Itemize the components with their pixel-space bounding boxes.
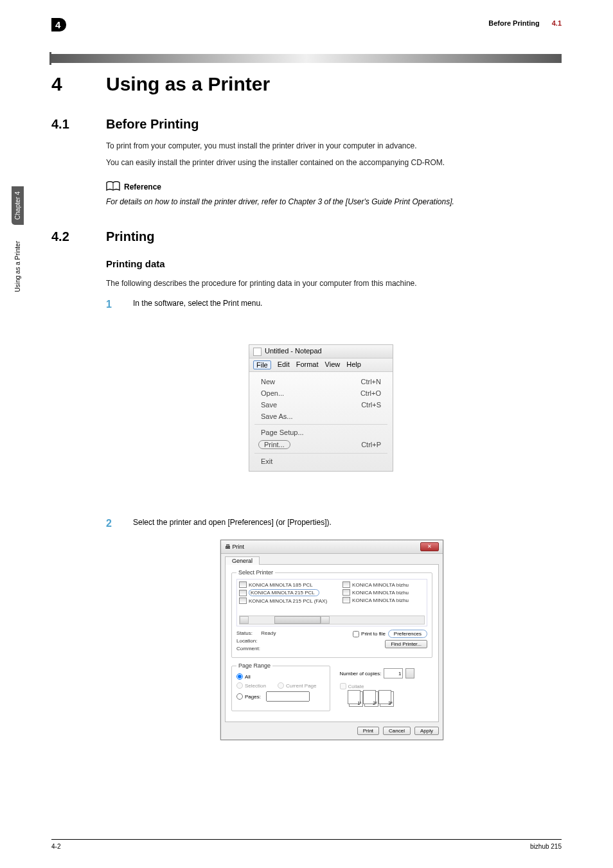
radio-pages[interactable]: Pages: [236, 691, 325, 702]
reference-text: For details on how to install the printe… [106, 196, 562, 208]
menu-item-print[interactable]: Print...Ctrl+P [249, 438, 393, 451]
section-4-2: 4.2Printing Printing data The following … [51, 229, 562, 310]
notepad-menu-bar: File Edit Format View Help [249, 359, 393, 372]
reference-label: Reference [124, 182, 161, 191]
menu-item-open[interactable]: Open...Ctrl+O [249, 387, 393, 399]
menu-view[interactable]: View [325, 360, 341, 369]
section-num: 4.2 [51, 229, 106, 244]
subsection-heading: Printing data [106, 258, 562, 269]
header-right: Before Printing 4.1 [488, 19, 562, 27]
header-section-num: 4.1 [552, 19, 562, 27]
print-dialog-panel: Select Printer KONICA MINOLTA 185 PCL KO… [225, 564, 439, 722]
print-dialog: 🖶 Print ✕ General Select Printer KONICA … [220, 540, 443, 740]
copies-spinner[interactable] [405, 668, 414, 678]
menu-item-page-setup[interactable]: Page Setup... [249, 427, 393, 438]
tab-general[interactable]: General [225, 556, 260, 565]
printer-item[interactable]: KONICA MINOLTA bizhu [342, 589, 409, 596]
notepad-window: Untitled - Notepad File Edit Format View… [249, 344, 393, 472]
chapter-title: 4Using as a Printer [51, 73, 270, 95]
print-dialog-titlebar: 🖶 Print ✕ [221, 540, 443, 554]
menu-format[interactable]: Format [296, 360, 319, 369]
select-printer-group: Select Printer KONICA MINOLTA 185 PCL KO… [231, 569, 432, 658]
side-section-title: Using as a Printer [14, 241, 21, 292]
section-paragraph: You can easily install the printer drive… [106, 156, 562, 169]
page-footer: 4-2 bizhub 215 [51, 839, 562, 850]
section-paragraph: The following describes the procedure fo… [106, 277, 562, 290]
copies-group: Number of copies: Collate 1¹ 2² 3³ [335, 662, 433, 711]
pages-input[interactable] [266, 691, 310, 702]
section-title: Printing [106, 229, 155, 244]
menu-item-save-as[interactable]: Save As... [249, 411, 393, 422]
step-2: 2 Select the printer and open [Preferenc… [106, 518, 562, 529]
collate-icon: 1¹ 2² 3³ [349, 691, 429, 707]
menu-edit[interactable]: Edit [278, 360, 290, 369]
section-4-1: 4.1Before Printing To print from your co… [51, 117, 562, 208]
printer-status-block: Status: Ready Location: Comment: [236, 630, 276, 653]
page-number: 4-2 [51, 843, 60, 850]
select-printer-legend: Select Printer [236, 569, 275, 576]
apply-button[interactable]: Apply [414, 727, 439, 735]
menu-file[interactable]: File [253, 360, 271, 369]
chapter-title-num: 4 [51, 73, 106, 95]
printer-list[interactable]: KONICA MINOLTA 185 PCL KONICA MINOLTA 21… [236, 579, 427, 626]
step-1: 1 In the software, select the Print menu… [106, 299, 562, 310]
menu-help[interactable]: Help [346, 360, 361, 369]
radio-selection[interactable]: Selection [236, 682, 266, 689]
printer-item[interactable]: KONICA MINOLTA 215 PCL (FAX) [239, 598, 327, 604]
chapter-badge: 4 [51, 18, 66, 31]
side-chapter-tab: Chapter 4 [12, 186, 24, 225]
step-number: 1 [106, 299, 115, 310]
product-name: bizhub 215 [530, 843, 562, 850]
print-button[interactable]: Print [357, 727, 379, 735]
preferences-button[interactable]: Preferences [388, 630, 427, 638]
menu-separator [254, 453, 387, 454]
menu-item-new[interactable]: NewCtrl+N [249, 376, 393, 387]
page-range-legend: Page Range [236, 662, 272, 669]
step-text: Select the printer and open [Preferences… [133, 518, 332, 529]
section-title: Before Printing [106, 117, 199, 131]
print-to-file-checkbox[interactable]: Print to file [353, 631, 386, 637]
gradient-divider [51, 54, 562, 63]
menu-item-save[interactable]: SaveCtrl+S [249, 399, 393, 411]
copies-label: Number of copies: [340, 671, 382, 677]
notepad-menu-dropdown: NewCtrl+N Open...Ctrl+O SaveCtrl+S Save … [249, 372, 393, 471]
printer-item[interactable]: KONICA MINOLTA 185 PCL [239, 581, 327, 588]
find-printer-button[interactable]: Find Printer... [385, 640, 427, 648]
horizontal-scrollbar[interactable] [239, 616, 425, 624]
radio-current-page[interactable]: Current Page [278, 682, 317, 689]
printer-item-selected[interactable]: KONICA MINOLTA 215 PCL [239, 589, 327, 596]
menu-item-exit[interactable]: Exit [249, 456, 393, 467]
step-number: 2 [106, 518, 115, 529]
close-icon[interactable]: ✕ [420, 542, 439, 551]
section-heading: 4.2Printing [51, 229, 562, 244]
copies-input[interactable] [384, 668, 403, 678]
page-header: 4 Before Printing 4.1 [51, 18, 562, 31]
book-icon [106, 181, 120, 193]
dialog-button-row: Print Cancel Apply [221, 727, 443, 740]
radio-all[interactable]: All [236, 673, 325, 680]
header-section-title: Before Printing [488, 19, 539, 27]
cancel-button[interactable]: Cancel [383, 727, 411, 735]
scroll-thumb[interactable] [274, 616, 321, 624]
step-2-row: 2 Select the printer and open [Preferenc… [51, 509, 562, 529]
print-dialog-title: 🖶 Print [225, 544, 244, 550]
printer-item[interactable]: KONICA MINOLTA bizhu [342, 581, 409, 588]
page-range-group: Page Range All Selection Current Page Pa… [231, 662, 330, 711]
reference-row: Reference [106, 181, 562, 193]
collate-checkbox[interactable]: Collate [340, 683, 429, 689]
printer-item[interactable]: KONICA MINOLTA bizhu [342, 597, 409, 603]
menu-separator [254, 424, 387, 425]
section-num: 4.1 [51, 117, 106, 132]
notepad-title-bar: Untitled - Notepad [249, 345, 393, 359]
section-heading: 4.1Before Printing [51, 117, 562, 132]
section-paragraph: To print from your computer, you must in… [106, 139, 562, 152]
chapter-title-text: Using as a Printer [106, 73, 270, 94]
step-text: In the software, select the Print menu. [133, 299, 262, 310]
